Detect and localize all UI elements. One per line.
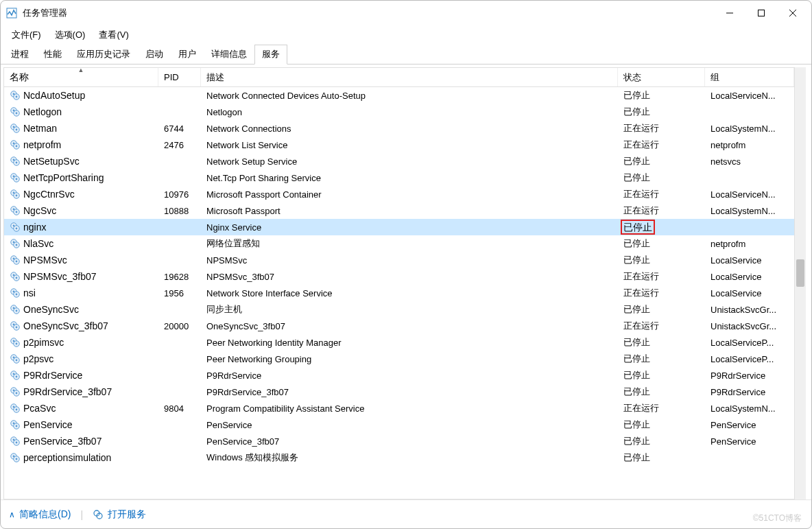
table-row[interactable]: NcdAutoSetupNetwork Connected Devices Au… bbox=[4, 87, 794, 104]
cell-desc: Nginx Service bbox=[201, 219, 618, 235]
table-row[interactable]: netprofm2476Network List Service正在运行netp… bbox=[4, 137, 794, 153]
cell-desc: 同步主机 bbox=[201, 301, 618, 318]
svg-point-8 bbox=[16, 96, 18, 98]
table-row[interactable]: P9RdrService_3fb07P9RdrService_3fb07已停止P… bbox=[4, 384, 794, 400]
table-row[interactable]: OneSyncSvc同步主机已停止UnistackSvcGr... bbox=[4, 301, 794, 318]
tab-启动[interactable]: 启动 bbox=[138, 45, 171, 64]
cell-status: 已停止 bbox=[618, 169, 705, 186]
table-row[interactable]: perceptionsimulationWindows 感知模拟服务已停止 bbox=[4, 449, 794, 466]
table-row[interactable]: PcaSvc9804Program Compatibility Assistan… bbox=[4, 400, 794, 416]
svg-point-35 bbox=[13, 209, 15, 211]
scrollbar-thumb[interactable] bbox=[796, 259, 804, 287]
cell-group: LocalService bbox=[705, 285, 794, 301]
cell-group: LocalServiceP... bbox=[705, 351, 794, 367]
svg-point-36 bbox=[16, 211, 18, 213]
table-row[interactable]: NetSetupSvcNetwork Setup Service已停止netsv… bbox=[4, 153, 794, 169]
open-services-link[interactable]: 打开服务 bbox=[93, 508, 146, 521]
brief-info-link[interactable]: ∧简略信息(D) bbox=[9, 508, 71, 521]
table-row[interactable]: NgcCtnrSvc10976Microsoft Passport Contai… bbox=[4, 186, 794, 202]
svg-point-68 bbox=[16, 343, 18, 345]
table-row[interactable]: PenServicePenService已停止PenService bbox=[4, 416, 794, 433]
svg-point-44 bbox=[16, 244, 18, 246]
svg-point-12 bbox=[16, 113, 18, 115]
svg-point-51 bbox=[13, 274, 15, 277]
table-row[interactable]: NPSMSvcNPSMSvc已停止LocalService bbox=[4, 252, 794, 268]
table-row[interactable]: p2psvcPeer Networking Grouping已停止LocalSe… bbox=[4, 351, 794, 367]
cell-group: netprofm bbox=[705, 235, 794, 252]
cell-desc: NPSMSvc_3fb07 bbox=[201, 268, 618, 285]
menu-item[interactable]: 选项(O) bbox=[48, 27, 93, 43]
cell-group: UnistackSvcGr... bbox=[705, 318, 794, 334]
cell-desc: Network Store Interface Service bbox=[201, 285, 618, 301]
cell-status: 已停止 bbox=[618, 301, 705, 318]
maximize-button[interactable] bbox=[745, 2, 777, 24]
close-button[interactable] bbox=[777, 2, 809, 24]
table-row[interactable]: PenService_3fb07PenService_3fb07已停止PenSe… bbox=[4, 433, 794, 449]
cell-status: 正在运行 bbox=[618, 120, 705, 137]
cell-group: LocalServiceP... bbox=[705, 334, 794, 351]
cell-name: perceptionsimulation bbox=[4, 449, 158, 466]
cell-group: netsvcs bbox=[705, 153, 794, 169]
cell-name: nsi bbox=[4, 285, 158, 301]
tab-服务[interactable]: 服务 bbox=[254, 45, 287, 64]
menu-item[interactable]: 查看(V) bbox=[92, 27, 135, 43]
svg-point-7 bbox=[13, 93, 15, 95]
table-row[interactable]: NPSMSvc_3fb0719628NPSMSvc_3fb07正在运行Local… bbox=[4, 268, 794, 285]
svg-point-91 bbox=[13, 439, 15, 441]
cell-desc: Network Connections bbox=[201, 120, 618, 137]
cell-group: LocalSystemN... bbox=[705, 120, 794, 137]
tab-进程[interactable]: 进程 bbox=[3, 45, 36, 64]
table-row[interactable]: OneSyncSvc_3fb0720000OneSyncSvc_3fb07正在运… bbox=[4, 318, 794, 334]
col-desc[interactable]: 描述 bbox=[201, 68, 618, 86]
cell-status: 已停止 bbox=[618, 384, 705, 400]
cell-desc: Peer Networking Identity Manager bbox=[201, 334, 618, 351]
cell-name: NgcCtnrSvc bbox=[4, 186, 158, 202]
svg-point-40 bbox=[16, 228, 18, 230]
col-name[interactable]: 名称▲ bbox=[4, 68, 158, 86]
table-row[interactable]: nsi1956Network Store Interface Service正在… bbox=[4, 285, 794, 301]
col-pid[interactable]: PID bbox=[158, 68, 201, 86]
menubar: 文件(F)选项(O)查看(V) bbox=[1, 25, 811, 45]
vertical-scrollbar[interactable] bbox=[795, 67, 806, 499]
cell-status: 已停止 bbox=[618, 87, 705, 104]
cell-pid bbox=[158, 433, 201, 449]
table-row[interactable]: NetTcpPortSharingNet.Tcp Port Sharing Se… bbox=[4, 169, 794, 186]
svg-point-23 bbox=[13, 159, 15, 161]
titlebar: 任务管理器 bbox=[1, 1, 811, 25]
col-status[interactable]: 状态 bbox=[618, 68, 705, 86]
cell-pid: 20000 bbox=[158, 318, 201, 334]
col-group[interactable]: 组 bbox=[705, 68, 794, 86]
table-row[interactable]: NgcSvc10888Microsoft Passport正在运行LocalSy… bbox=[4, 202, 794, 219]
table-row[interactable]: NlaSvc网络位置感知已停止netprofm bbox=[4, 235, 794, 252]
cell-desc: Netlogon bbox=[201, 104, 618, 120]
svg-point-72 bbox=[16, 360, 18, 362]
tab-应用历史记录[interactable]: 应用历史记录 bbox=[69, 45, 138, 64]
cell-desc: Peer Networking Grouping bbox=[201, 351, 618, 367]
tab-详细信息[interactable]: 详细信息 bbox=[204, 45, 254, 64]
cell-pid bbox=[158, 252, 201, 268]
minimize-button[interactable] bbox=[714, 2, 745, 24]
cell-name: PcaSvc bbox=[4, 400, 158, 416]
tab-用户[interactable]: 用户 bbox=[171, 45, 204, 64]
cell-name: NgcSvc bbox=[4, 202, 158, 219]
cell-pid bbox=[158, 219, 201, 235]
cell-name: nginx bbox=[4, 219, 158, 235]
table-row[interactable]: nginxNginx Service已停止 bbox=[4, 219, 794, 235]
cell-name: netprofm bbox=[4, 137, 158, 153]
cell-status: 已停止 bbox=[618, 104, 705, 120]
chevron-up-icon: ∧ bbox=[9, 510, 15, 519]
table-row[interactable]: Netman6744Network Connections正在运行LocalSy… bbox=[4, 120, 794, 137]
table-row[interactable]: NetlogonNetlogon已停止 bbox=[4, 104, 794, 120]
table-row[interactable]: p2pimsvcPeer Networking Identity Manager… bbox=[4, 334, 794, 351]
tab-性能[interactable]: 性能 bbox=[36, 45, 69, 64]
cell-status: 正在运行 bbox=[618, 137, 705, 153]
tab-bar: 进程性能应用历史记录启动用户详细信息服务 bbox=[1, 45, 811, 64]
table-row[interactable]: P9RdrServiceP9RdrService已停止P9RdrService bbox=[4, 367, 794, 384]
cell-group: LocalServiceN... bbox=[705, 87, 794, 104]
cell-desc: PenService bbox=[201, 416, 618, 433]
cell-status: 已停止 bbox=[618, 235, 705, 252]
cell-pid: 1956 bbox=[158, 285, 201, 301]
cell-desc: Net.Tcp Port Sharing Service bbox=[201, 169, 618, 186]
menu-item[interactable]: 文件(F) bbox=[5, 27, 48, 43]
cell-status: 已停止 bbox=[618, 416, 705, 433]
